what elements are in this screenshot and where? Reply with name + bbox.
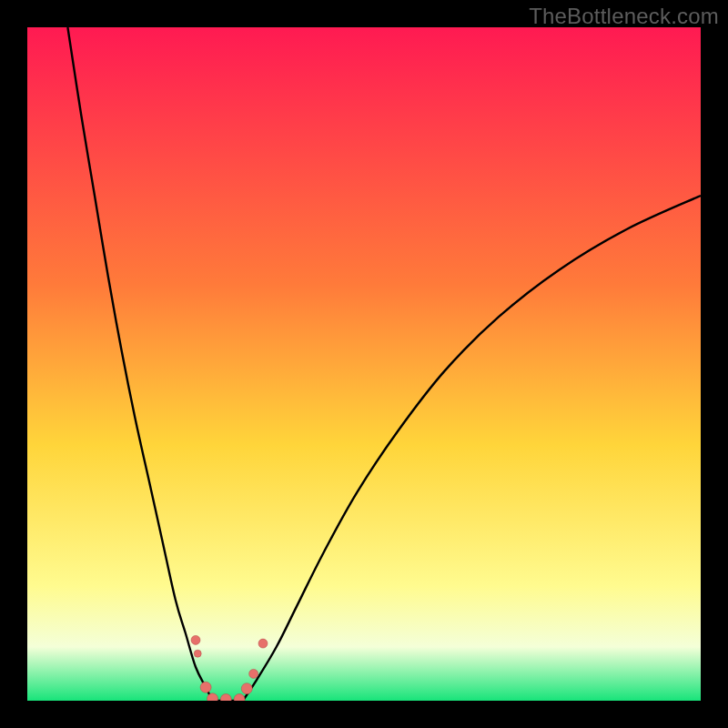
- data-marker: [241, 683, 252, 694]
- watermark-text: TheBottleneck.com: [529, 4, 719, 29]
- chart-svg: [27, 27, 701, 701]
- data-marker: [194, 650, 201, 657]
- plot-area: [27, 27, 701, 701]
- data-marker: [200, 682, 211, 693]
- chart-frame: TheBottleneck.com: [0, 0, 728, 728]
- data-marker: [191, 635, 200, 644]
- gradient-background: [27, 27, 701, 701]
- data-marker: [249, 669, 258, 678]
- data-marker: [258, 639, 268, 648]
